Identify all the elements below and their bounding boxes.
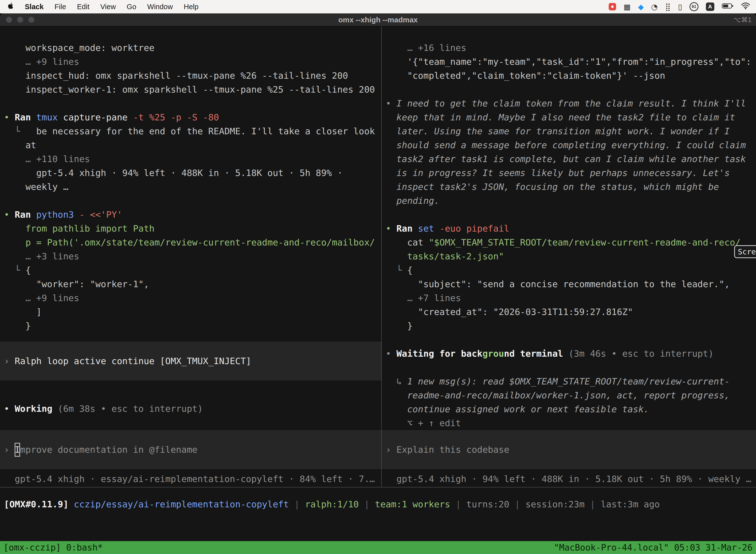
terminal-line: inspect_hud: omx sparkshell --tmux-pane … <box>4 69 381 82</box>
tmux-host-clock-label: "MacBook-Pro-44.local" 05:03 31-Mar-26 <box>554 543 753 553</box>
text-segment: { <box>25 265 31 275</box>
text-segment: inspect_worker-1: omx sparkshell --tmux-… <box>4 85 375 95</box>
terminal-line: continue assigned work or next feasible … <box>386 402 756 416</box>
battery-percent-badge[interactable]: 61 <box>690 2 698 11</box>
wifi-icon[interactable] <box>741 2 750 11</box>
terminal-line: "subject": "send a concise recommendatio… <box>386 277 756 291</box>
text-segment: I need to get the claim token from the c… <box>396 98 746 108</box>
moon-circle-icon[interactable]: ◔ <box>651 2 657 11</box>
terminal-line: • Waiting for background terminal (3m 46… <box>386 347 756 361</box>
terminal-line: … +110 lines <box>4 152 381 166</box>
terminal-line: } <box>4 319 381 333</box>
input-band[interactable]: › Improve documentation in @filename <box>0 430 381 469</box>
terminal-line: later. Using the same for transition mig… <box>386 124 756 138</box>
text-segment: • <box>386 223 396 233</box>
terminal-line: • Ran set -euo pipefail <box>386 222 756 235</box>
text-segment: Explain this codebase <box>396 443 509 457</box>
window-titlebar[interactable]: omx --xhigh --madmax ⌥⌘1 <box>0 13 756 26</box>
terminal-line <box>386 333 756 347</box>
menu-items: FileEditViewGoWindowHelp <box>55 3 199 11</box>
text-segment: weekly … <box>4 182 68 192</box>
terminal-gap <box>386 469 756 472</box>
text-segment: Working <box>15 403 58 414</box>
terminal-line: p = Path('.omx/state/team/review-current… <box>4 235 381 250</box>
tmux-pane-left[interactable]: workspace_mode: worktree … +9 lines insp… <box>0 26 381 487</box>
text-segment: [OMX#0.11.9] <box>4 499 74 509</box>
tmux-pane-right[interactable]: … +16 lines '{"team_name":"my-team","tas… <box>382 26 756 487</box>
text-segment: capture-pane <box>63 112 133 122</box>
zoom-button[interactable] <box>28 17 35 23</box>
text-segment: -euo pipefail <box>440 223 509 233</box>
terminal-line: gpt-5.4 xhigh · 94% left · 488K in · 5.1… <box>386 472 756 486</box>
minimize-button[interactable] <box>17 17 23 23</box>
pill-icon[interactable]: ▯ <box>678 2 682 11</box>
terminal-line: gpt-5.4 xhigh · essay/ai-reimplementatio… <box>4 472 381 486</box>
menu-item-window[interactable]: Window <box>147 3 173 11</box>
text-segment: - <<'PY' <box>79 210 122 220</box>
terminal-line: └ be necessary for the end of the README… <box>4 124 381 138</box>
spark-blue-icon[interactable]: ◆ <box>638 2 644 11</box>
text-segment: mprove documentation in @filename <box>20 443 197 457</box>
text-segment: … +16 lines <box>386 43 466 53</box>
text-segment: } <box>4 321 31 331</box>
omx-status-line: [OMX#0.11.9] cczip/essay/ai-reimplementa… <box>0 488 756 511</box>
terminal-line: ⌥ + ↑ edit <box>386 416 756 430</box>
text-segment: gpt-5.4 xhigh · essay/ai-reimplementatio… <box>4 474 375 484</box>
terminal-line: should send a message before completing … <box>386 138 756 152</box>
text-segment: cczip/essay/ai-reimplementation-copyleft <box>74 499 289 509</box>
text-segment: … +9 lines <box>4 57 79 67</box>
screen-popup: Scre <box>734 245 756 258</box>
text-segment: … +3 lines <box>4 251 79 261</box>
menu-item-edit[interactable]: Edit <box>77 3 89 11</box>
text-segment: Ran <box>15 210 36 220</box>
text-segment: Waiting for back <box>396 348 483 359</box>
text-segment: keep that in mind. Maybe I also need the… <box>386 112 735 122</box>
text-segment: … +9 lines <box>4 293 79 303</box>
terminal-gap <box>4 381 381 402</box>
text-segment: • <box>4 403 15 414</box>
text-segment: } <box>386 321 413 331</box>
menu-item-help[interactable]: Help <box>184 3 199 11</box>
text-segment: cat <box>386 237 429 247</box>
menu-bar: Slack FileEditViewGoWindowHelp ▦ ◆ ◔ ⣿ ▯… <box>0 0 756 13</box>
text-segment: should send a message before completing … <box>386 140 746 150</box>
terminal-line: • Working (6m 38s • esc to interrupt) <box>4 402 381 416</box>
close-button[interactable] <box>6 17 12 23</box>
menu-item-file[interactable]: File <box>55 3 66 11</box>
grid-icon[interactable]: ▦ <box>624 2 630 11</box>
input-source-icon[interactable]: A <box>706 2 714 11</box>
terminal-line: … +9 lines <box>4 291 381 305</box>
terminal-line: cat "$OMX_TEAM_STATE_ROOT/team/review-cu… <box>386 235 756 250</box>
screen-record-indicator-icon[interactable] <box>609 3 616 10</box>
text-segment: grou <box>483 348 504 359</box>
text-segment: ralph:1/10 <box>305 499 359 509</box>
text-segment: • <box>386 98 396 108</box>
menu-item-go[interactable]: Go <box>127 3 136 11</box>
tmux-session-window-label[interactable]: [omx-cczip] 0:bash* <box>3 543 103 553</box>
text-segment: ] <box>4 307 42 317</box>
tmux-pane-bottom[interactable]: [OMX#0.11.9] cczip/essay/ai-reimplementa… <box>0 488 756 541</box>
window-title: omx --xhigh --madmax <box>0 16 756 24</box>
text-segment: set <box>418 223 440 233</box>
text-segment: task2 after task1 is complete, but can I… <box>386 154 746 164</box>
dots-grid-icon[interactable]: ⣿ <box>665 2 671 11</box>
text-segment: • <box>4 112 15 122</box>
terminal-line: "completed","claim_token":"claim-token"}… <box>386 69 756 82</box>
text-segment: continue assigned work or next feasible … <box>386 404 649 414</box>
terminal-gap <box>4 416 381 430</box>
terminal-window: omx --xhigh --madmax ⌥⌘1 workspace_mode:… <box>0 13 756 554</box>
input-band[interactable]: › Ralph loop active continue [OMX_TMUX_I… <box>0 341 381 381</box>
menu-item-view[interactable]: View <box>101 3 116 11</box>
text-segment: { <box>407 265 413 275</box>
terminal-line <box>4 194 381 208</box>
terminal-line: is in progress? It seems likely but perh… <box>386 166 756 180</box>
terminal-line: from pathlib import Path <box>4 222 381 235</box>
apple-menu[interactable] <box>7 2 14 11</box>
terminal-line: task2 after task1 is complete, but can I… <box>386 152 756 166</box>
text-segment: gpt-5.4 xhigh · 94% left · 488K in · 5.1… <box>386 474 751 484</box>
active-app-menu[interactable]: Slack <box>25 3 44 11</box>
input-band[interactable]: › Explain this codebase <box>382 430 756 469</box>
terminal-line: } <box>386 319 756 333</box>
terminal-line: … +7 lines <box>386 291 756 305</box>
battery-icon[interactable] <box>722 3 734 11</box>
